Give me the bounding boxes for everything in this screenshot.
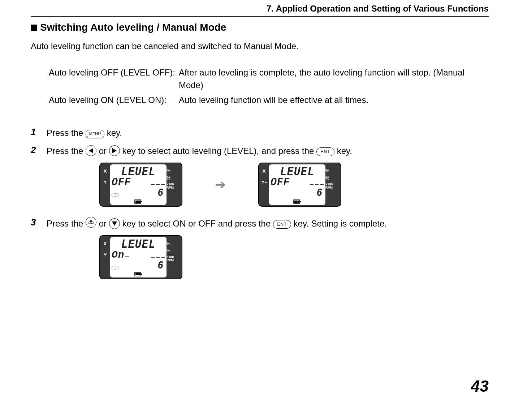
section-title-text: Switching Auto leveling / Manual Mode (40, 22, 226, 33)
step-number: 2 (31, 145, 47, 156)
lcd-single-row: X Y LEUEL On 6 % (99, 235, 489, 279)
intro-text: Auto leveling function can be canceled a… (31, 41, 489, 51)
lcd-rpm-value: 6 (157, 187, 164, 199)
lcd-pct-label: % (166, 168, 170, 173)
text-fragment: key to select ON or OFF and press the (122, 219, 273, 228)
svg-text:XY: XY (90, 222, 92, 224)
svg-marker-12 (90, 220, 92, 221)
section-title: Switching Auto leveling / Manual Mode (31, 22, 489, 33)
step-text: Press the MENU key. (47, 126, 122, 139)
lcd-dashes (310, 184, 324, 185)
lcd-line2: OFF (271, 177, 290, 188)
definitions: Auto leveling OFF (LEVEL OFF): After aut… (49, 66, 489, 108)
svg-rect-3 (141, 201, 142, 202)
text-fragment: Press the (47, 146, 86, 156)
lcd-pct-label: % (325, 176, 329, 181)
lcd-rpm-label: RPM (325, 186, 333, 189)
battery-icon (293, 199, 301, 204)
left-arrow-key-icon (86, 145, 96, 156)
step-number: 3 (31, 217, 47, 228)
rotor-icon (111, 264, 120, 271)
svg-rect-10 (296, 201, 298, 203)
lcd-pct-label: % (166, 241, 170, 246)
header-rule (31, 16, 489, 17)
xy-up-key-icon: XY (86, 217, 96, 228)
lcd-dashes (151, 257, 165, 258)
text-fragment: key. (107, 128, 122, 138)
step-number: 1 (31, 126, 47, 138)
right-arrow-key-icon (109, 145, 120, 156)
lcd-pct-label: % (166, 248, 170, 253)
ent-key-icon: ENT (273, 220, 291, 229)
svg-rect-5 (137, 201, 139, 203)
battery-icon (134, 199, 142, 204)
lcd-x-label: X (263, 168, 266, 174)
square-bullet-icon (31, 25, 37, 31)
text-fragment: key to select auto leveling (LEVEL), and… (122, 146, 316, 156)
lcd-x-label: X (104, 241, 107, 246)
lcd-line1: LEUEL (121, 238, 155, 251)
step-text: Press the XY or key to select ON or OFF … (47, 217, 387, 230)
down-arrow-key-icon (109, 218, 120, 229)
rotor-icon (111, 192, 120, 198)
lcd-y-label: Y (261, 180, 265, 185)
lcd-y-label: Y (104, 252, 107, 258)
page-number: 43 (471, 377, 489, 395)
step-2: 2 Press the or key to select auto leveli… (31, 145, 489, 158)
lcd-pct-label: % (166, 176, 170, 181)
lcd-rpm-label: RPM (166, 259, 174, 262)
svg-rect-19 (135, 273, 137, 275)
text-fragment: or (99, 219, 109, 228)
lcd-display-level-on: X Y LEUEL On 6 % (99, 235, 182, 279)
lcd-rpm-value: 6 (316, 187, 323, 199)
lcd-x-label: X (104, 168, 107, 174)
def-label-off: Auto leveling OFF (LEVEL OFF): (49, 66, 179, 94)
svg-rect-4 (135, 201, 137, 203)
lcd-rpm-label: RPM (166, 186, 174, 189)
svg-rect-8 (300, 201, 301, 202)
lcd-y-label: Y (104, 180, 107, 185)
svg-rect-21 (139, 273, 140, 275)
lcd-transition-row: X Y LEUEL OFF 6 % (99, 163, 489, 207)
text-fragment: Press the (47, 219, 86, 228)
chapter-header: 7. Applied Operation and Setting of Vari… (31, 4, 489, 16)
svg-rect-18 (141, 274, 142, 275)
arrow-right-icon: ➔ (215, 177, 226, 192)
lcd-pct-label: % (325, 168, 329, 173)
lcd-dashes (151, 184, 165, 185)
text-fragment: key. Setting is complete. (294, 219, 387, 228)
svg-rect-11 (298, 201, 299, 203)
text-fragment: key. (337, 146, 352, 156)
def-text-off: After auto leveling is complete, the aut… (179, 66, 489, 94)
battery-icon (134, 272, 142, 277)
text-fragment: or (99, 146, 109, 156)
step-text: Press the or key to select auto leveling… (47, 145, 352, 158)
def-text-on: Auto leveling function will be effective… (179, 94, 489, 109)
lcd-display-level-off-2: X Y LEUEL OFF 6 % % ×100 (258, 163, 341, 207)
def-label-on: Auto leveling ON (LEVEL ON): (49, 94, 179, 109)
step-1: 1 Press the MENU key. (31, 126, 489, 139)
text-fragment: Press the (47, 128, 86, 138)
lcd-rpm-value: 6 (157, 260, 164, 272)
step-3: 3 Press the XY or key to select ON or OF… (31, 217, 489, 230)
lcd-line2: OFF (112, 177, 131, 188)
svg-rect-9 (294, 201, 296, 203)
ent-key-icon: ENT (316, 147, 334, 156)
svg-rect-20 (137, 273, 139, 275)
menu-key-icon: MENU (86, 130, 104, 138)
lcd-display-level-off-1: X Y LEUEL OFF 6 % (99, 163, 182, 207)
svg-rect-6 (139, 201, 140, 203)
